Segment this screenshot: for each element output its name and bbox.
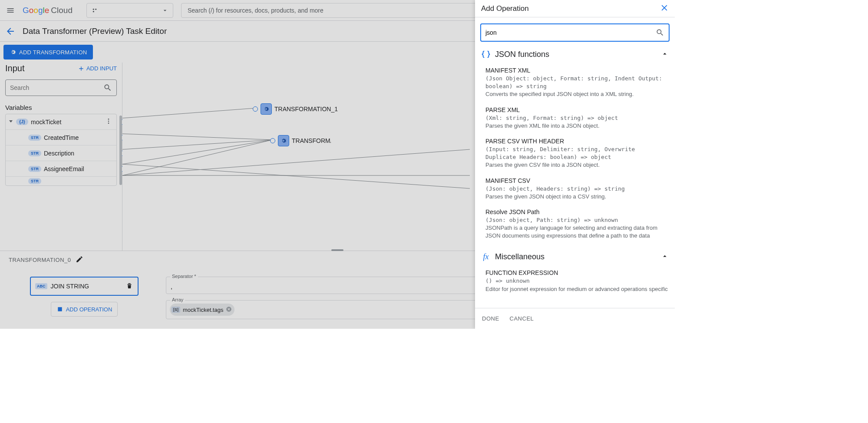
modal-scrim[interactable]	[0, 0, 475, 329]
category-miscellaneous[interactable]: fx Miscellaneous	[481, 252, 669, 261]
close-drawer-button[interactable]	[660, 3, 669, 13]
chevron-up-icon	[661, 50, 669, 59]
drawer-footer: DONE CANCEL	[475, 308, 675, 329]
fn-manifest-xml[interactable]: MANIFEST XML (Json Object: object, Forma…	[480, 63, 670, 103]
done-button[interactable]: DONE	[482, 315, 499, 322]
fn-function-expression[interactable]: FUNCTION EXPRESSION () => unknown Editor…	[480, 266, 670, 293]
fn-parse-xml[interactable]: PARSE XML (Xml: string, Format: string) …	[480, 103, 670, 134]
fx-icon: fx	[481, 252, 491, 261]
category-json-functions[interactable]: JSON functions	[481, 50, 669, 59]
fn-manifest-csv[interactable]: MANIFEST CSV (Json: object, Headers: str…	[480, 174, 670, 205]
category-title: Miscellaneous	[495, 252, 657, 261]
cancel-button[interactable]: CANCEL	[510, 315, 534, 322]
add-operation-drawer: Add Operation JSON functions MANIFEST XM…	[475, 0, 675, 329]
fn-resolve-json-path[interactable]: Resolve JSON Path (Json: object, Path: s…	[480, 205, 670, 245]
json-braces-icon	[481, 50, 491, 59]
fn-parse-csv-header[interactable]: PARSE CSV WITH HEADER (Input: string, De…	[480, 134, 670, 174]
search-icon	[656, 28, 664, 37]
operation-search[interactable]	[480, 23, 670, 42]
drawer-title: Add Operation	[481, 4, 529, 13]
operation-search-input[interactable]	[485, 29, 656, 36]
chevron-up-icon	[661, 252, 669, 261]
category-title: JSON functions	[495, 50, 657, 59]
